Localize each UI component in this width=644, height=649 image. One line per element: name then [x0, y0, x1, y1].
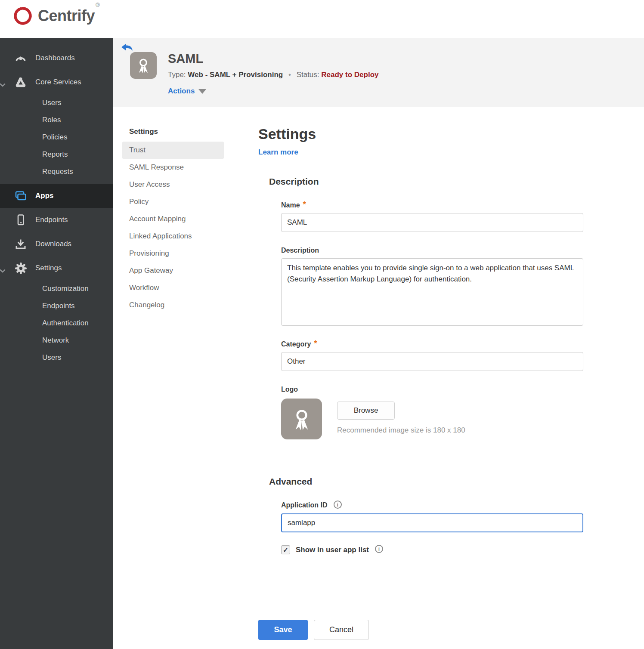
gauge-icon — [14, 52, 27, 65]
chevron-down-icon[interactable] — [0, 266, 6, 275]
actions-label: Actions — [168, 87, 195, 96]
show-in-app-list-checkbox[interactable]: ✓ — [281, 545, 290, 554]
award-ribbon-icon — [134, 56, 153, 75]
subnav-item-workflow[interactable]: Workflow — [122, 279, 224, 297]
subnav-item-provisioning[interactable]: Provisioning — [122, 245, 224, 262]
logo-preview — [281, 399, 322, 439]
application-id-input[interactable] — [281, 513, 583, 532]
subnav-item-account-mapping[interactable]: Account Mapping — [122, 210, 224, 228]
category-field-label: Category * — [281, 340, 590, 348]
centrify-swirl-icon — [12, 5, 34, 27]
cancel-button[interactable]: Cancel — [314, 620, 369, 640]
chevron-down-icon[interactable] — [0, 80, 6, 89]
subnav-item-trust[interactable]: Trust — [122, 142, 224, 159]
sidebar-item-endpoints[interactable]: Endpoints — [0, 208, 113, 232]
description-section-title: Description — [269, 176, 590, 187]
sidebar-item-label: Endpoints — [35, 216, 68, 224]
description-textarea[interactable]: This template enables you to provide sin… — [281, 258, 583, 326]
sidebar-item-endpoints-settings[interactable]: Endpoints — [0, 297, 113, 315]
app-logo — [130, 52, 157, 79]
centrify-logo: Centrify® — [12, 5, 100, 27]
mobile-device-icon — [14, 213, 27, 226]
sidebar-item-downloads[interactable]: Downloads — [0, 232, 113, 256]
sidebar-item-settings[interactable]: Settings — [0, 256, 113, 280]
award-ribbon-icon — [288, 406, 315, 433]
app-meta: Type: Web - SAML + Provisioning • Status… — [168, 71, 378, 79]
subnav-item-changelog[interactable]: Changelog — [122, 297, 224, 314]
apps-icon — [14, 189, 27, 202]
sidebar-item-authentication[interactable]: Authentication — [0, 315, 113, 332]
sidebar-item-label: Core Services — [35, 78, 81, 87]
back-arrow-icon[interactable] — [121, 43, 133, 53]
subnav-item-user-access[interactable]: User Access — [122, 176, 224, 193]
subnav-item-app-gateway[interactable]: App Gateway — [122, 262, 224, 279]
actions-dropdown[interactable]: Actions — [168, 87, 206, 96]
sidebar-item-apps[interactable]: Apps — [0, 184, 113, 208]
download-icon — [14, 238, 27, 250]
sidebar-item-reports[interactable]: Reports — [0, 146, 113, 163]
gear-icon — [14, 262, 27, 275]
sidebar-item-label: Apps — [35, 192, 54, 200]
core-services-icon — [14, 76, 27, 89]
required-asterisk: * — [303, 201, 306, 207]
sidebar-item-core-services[interactable]: Core Services — [0, 70, 113, 94]
browse-button[interactable]: Browse — [337, 402, 395, 420]
sidebar-item-dashboards[interactable]: Dashboards — [0, 46, 113, 70]
brand-name: Centrify — [38, 7, 95, 25]
save-button[interactable]: Save — [258, 620, 308, 640]
top-bar: Centrify® — [0, 0, 644, 38]
app-title: SAML — [168, 52, 203, 66]
settings-subnav: Settings Trust SAML Response User Access… — [122, 127, 224, 314]
sidebar-item-label: Downloads — [35, 240, 71, 248]
sidebar-item-label: Dashboards — [35, 54, 75, 62]
subnav-item-saml-response[interactable]: SAML Response — [122, 159, 224, 176]
type-value: Web - SAML + Provisioning — [188, 71, 283, 79]
page-title: Settings — [258, 126, 590, 142]
info-icon[interactable]: i — [334, 501, 342, 509]
application-id-label: Application ID i — [281, 501, 590, 510]
subnav-item-policy[interactable]: Policy — [122, 193, 224, 210]
sidebar-item-policies[interactable]: Policies — [0, 129, 113, 146]
vertical-divider — [237, 129, 237, 604]
sidebar-item-roles[interactable]: Roles — [0, 111, 113, 129]
sidebar-spacer — [0, 180, 113, 184]
category-input[interactable] — [281, 352, 583, 371]
sidebar-item-users-settings[interactable]: Users — [0, 349, 113, 366]
advanced-section-title: Advanced — [269, 476, 590, 487]
learn-more-link[interactable]: Learn more — [258, 148, 298, 157]
chevron-down-icon — [198, 89, 206, 94]
logo-field-label: Logo — [281, 386, 590, 393]
required-asterisk: * — [314, 340, 317, 346]
subnav-item-linked-applications[interactable]: Linked Applications — [122, 228, 224, 245]
subnav-title: Settings — [122, 127, 224, 136]
logo-size-hint: Recommended image size is 180 x 180 — [337, 426, 465, 435]
sidebar-item-network[interactable]: Network — [0, 332, 113, 349]
settings-panel: Settings Learn more Description Name * D… — [258, 126, 590, 554]
checkbox-check-icon: ✓ — [283, 546, 288, 554]
type-label: Type: — [168, 71, 186, 79]
status-badge: Ready to Deploy — [321, 71, 378, 79]
sidebar-item-label: Settings — [35, 264, 62, 272]
app-header: SAML Type: Web - SAML + Provisioning • S… — [113, 38, 644, 107]
sidebar: Dashboards Core Services Users Roles Pol… — [0, 38, 113, 649]
sidebar-item-requests[interactable]: Requests — [0, 163, 113, 180]
sidebar-item-users[interactable]: Users — [0, 94, 113, 111]
sidebar-item-customization[interactable]: Customization — [0, 280, 113, 297]
show-in-app-list-label: Show in user app list — [296, 546, 369, 554]
form-footer: Save Cancel — [258, 620, 369, 640]
meta-separator: • — [288, 71, 291, 79]
info-icon[interactable]: i — [375, 545, 383, 553]
name-field-label: Name * — [281, 201, 590, 209]
name-input[interactable] — [281, 213, 583, 232]
description-field-label: Description — [281, 247, 590, 254]
brand-registered-mark: ® — [96, 2, 100, 8]
status-label: Status: — [297, 71, 319, 79]
